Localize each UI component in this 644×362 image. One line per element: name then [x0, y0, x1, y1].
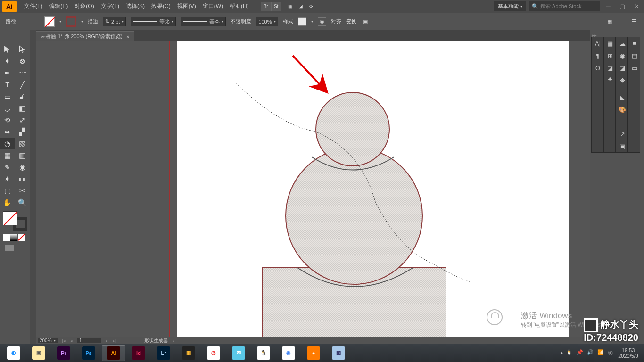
- align-panel-icon[interactable]: ⊞: [604, 49, 616, 62]
- maximize-icon[interactable]: ▢: [617, 2, 628, 11]
- zoom-dropdown[interactable]: 200%▾: [38, 338, 58, 343]
- blend-tool[interactable]: ◉: [15, 161, 30, 173]
- stroke-panel-icon[interactable]: ≡: [616, 115, 628, 128]
- line-tool[interactable]: ╱: [15, 79, 30, 90]
- stroke-swatch[interactable]: [66, 16, 76, 27]
- panel-menu-icon[interactable]: ☰: [630, 17, 638, 26]
- taskbar-app-3[interactable]: Ps: [77, 345, 100, 361]
- menu-help[interactable]: 帮助(H): [226, 0, 252, 12]
- taskbar-app-10[interactable]: 🐧: [252, 345, 275, 361]
- menu-object[interactable]: 对象(O): [71, 0, 97, 12]
- rotate-tool[interactable]: ⟲: [0, 114, 15, 126]
- transform-label[interactable]: 变换: [346, 18, 356, 25]
- taskbar-app-4[interactable]: Ai: [102, 345, 125, 361]
- shaper-tool[interactable]: ◡: [0, 102, 15, 114]
- bridge-icon[interactable]: Br: [261, 2, 271, 11]
- brushes-panel-icon[interactable]: ◣: [616, 91, 628, 103]
- free-transform-tool[interactable]: ▞: [15, 126, 30, 138]
- menu-effect[interactable]: 效果(C): [148, 0, 174, 12]
- swatches-panel-icon[interactable]: 🎨: [616, 103, 628, 115]
- width-tool[interactable]: ⇔: [0, 126, 15, 138]
- scale-tool[interactable]: ⤢: [15, 114, 30, 126]
- taskbar-app-9[interactable]: ✉: [227, 345, 250, 361]
- artboard-next-icon[interactable]: ▸: [106, 338, 108, 343]
- symbols-panel-icon[interactable]: ❋: [616, 74, 628, 86]
- curvature-tool[interactable]: 〰: [15, 67, 30, 79]
- workspace-switcher[interactable]: 基本功能▾: [494, 1, 526, 11]
- tab-close-icon[interactable]: ×: [126, 34, 129, 40]
- asset-export-icon[interactable]: ▣: [616, 140, 628, 152]
- recolor-button[interactable]: ◉: [318, 17, 326, 26]
- stroke-weight-input[interactable]: ⇅2 pt▾: [103, 17, 126, 26]
- taskbar-app-13[interactable]: ▧: [327, 345, 350, 361]
- edit-button[interactable]: ≡: [618, 17, 626, 26]
- mesh-tool[interactable]: ▦: [0, 149, 15, 161]
- lasso-tool[interactable]: ⊗: [15, 55, 30, 67]
- type-tool[interactable]: T: [0, 79, 15, 90]
- opentype-panel-icon[interactable]: O: [592, 62, 604, 74]
- stock-search[interactable]: 🔍 搜索 Adobe Stock: [529, 1, 600, 11]
- brush-dropdown[interactable]: 基本▾: [181, 17, 226, 26]
- export-panel-icon[interactable]: ↗: [616, 128, 628, 140]
- sync-icon[interactable]: ⟳: [306, 2, 316, 11]
- menu-view[interactable]: 视图(V): [174, 0, 199, 12]
- tray-network-icon[interactable]: 📶: [597, 349, 605, 357]
- hand-tool[interactable]: ✋: [0, 197, 15, 208]
- properties-panel-icon[interactable]: ≡: [628, 37, 641, 49]
- stock-icon[interactable]: St: [271, 2, 281, 11]
- taskbar-app-5[interactable]: Id: [127, 345, 150, 361]
- slice-tool[interactable]: ✂: [15, 185, 30, 197]
- zoom-tool[interactable]: 🔍: [15, 197, 30, 208]
- canvas[interactable]: [36, 41, 590, 337]
- document-tab[interactable]: 未标题-1* @ 200% (RGB/像素预览) ×: [36, 31, 134, 41]
- isolate-button[interactable]: ▦: [605, 17, 614, 26]
- pathfinder-panel-icon[interactable]: ◪: [604, 62, 616, 74]
- close-icon[interactable]: ✕: [631, 2, 642, 11]
- menu-edit[interactable]: 编辑(E): [46, 0, 71, 12]
- appearance-panel-icon[interactable]: ◉: [616, 49, 628, 62]
- taskbar-app-11[interactable]: ◉: [277, 345, 300, 361]
- menu-file[interactable]: 文件(F): [21, 0, 46, 12]
- arrange-icon[interactable]: ▦: [285, 2, 296, 11]
- paintbrush-tool[interactable]: 🖌: [15, 90, 30, 102]
- taskbar-app-0[interactable]: ◐: [2, 345, 25, 361]
- artboard-first-icon[interactable]: |◂: [62, 338, 66, 343]
- taskbar-app-1[interactable]: ▣: [27, 345, 50, 361]
- tray-expand-icon[interactable]: ▴: [561, 350, 563, 356]
- style-swatch[interactable]: [298, 17, 306, 26]
- graph-tool[interactable]: ⫾⫾: [15, 173, 30, 185]
- align-label[interactable]: 对齐: [331, 18, 341, 25]
- rectangle-tool[interactable]: ▭: [0, 90, 15, 102]
- layers-panel-icon[interactable]: ▤: [628, 49, 641, 62]
- minimize-icon[interactable]: ─: [603, 2, 614, 11]
- transform-panel-icon[interactable]: ▦: [604, 37, 616, 49]
- tray-speaker-icon[interactable]: 🔊: [587, 349, 594, 357]
- menu-window[interactable]: 窗口(W): [199, 0, 226, 12]
- tray-pin-icon[interactable]: 📌: [577, 349, 584, 357]
- tray-qq-icon[interactable]: 🐧: [566, 349, 574, 357]
- gpu-icon[interactable]: ◢: [296, 2, 306, 11]
- graphic-styles-icon[interactable]: ◪: [616, 62, 628, 74]
- eraser-tool[interactable]: ◧: [15, 102, 30, 114]
- taskbar-app-7[interactable]: ▦: [177, 345, 200, 361]
- artboard-nav-input[interactable]: 1: [77, 338, 101, 343]
- fill-stroke-swatches[interactable]: [3, 211, 27, 231]
- paragraph-panel-icon[interactable]: ¶: [592, 49, 604, 62]
- gradient-tool[interactable]: ▥: [15, 149, 30, 161]
- shape-panel-icon[interactable]: ♣: [604, 74, 616, 83]
- fill-swatch[interactable]: [44, 16, 55, 27]
- shape-builder-tool[interactable]: ◔: [0, 138, 15, 149]
- opacity-input[interactable]: 100%▾: [256, 17, 278, 26]
- taskbar-app-2[interactable]: Pr: [52, 345, 75, 361]
- direct-selection-tool[interactable]: [15, 43, 30, 55]
- clock[interactable]: 19:532020/5/9: [618, 347, 638, 359]
- stroke-profile-dropdown[interactable]: 等比▾: [131, 17, 176, 26]
- color-mode-row[interactable]: [0, 234, 30, 241]
- taskbar-app-12[interactable]: ●: [302, 345, 325, 361]
- artboard-prev-icon[interactable]: ◂: [70, 338, 73, 343]
- artboard-last-icon[interactable]: ▸|: [113, 338, 116, 343]
- character-panel-icon[interactable]: A|: [592, 37, 604, 49]
- taskbar-app-8[interactable]: ◔: [202, 345, 225, 361]
- selection-tool[interactable]: [0, 43, 15, 55]
- menu-type[interactable]: 文字(T): [98, 0, 123, 12]
